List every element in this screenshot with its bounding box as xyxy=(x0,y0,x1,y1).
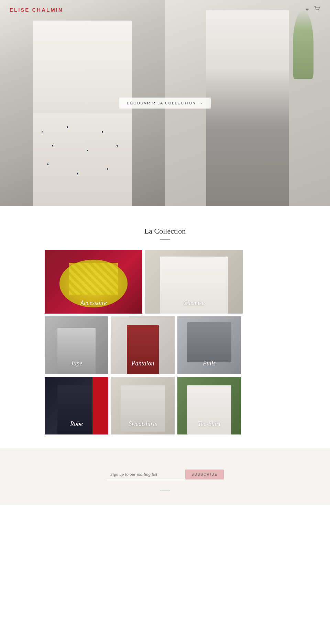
category-label-jupe: Jupe xyxy=(45,360,108,374)
newsletter-form: SUBSCRIBE xyxy=(96,469,234,480)
category-label-chemise: Chemise xyxy=(145,300,243,314)
svg-point-1 xyxy=(318,11,319,11)
cta-label: DÉCOUVRIR LA COLLECTION xyxy=(127,101,196,105)
collection-title-wrap: La Collection xyxy=(7,227,323,240)
category-label-pantalon: Pantalon xyxy=(111,360,175,374)
category-chemise[interactable]: Chemise xyxy=(145,250,243,314)
collection-title: La Collection xyxy=(7,227,323,236)
cart-icon[interactable] xyxy=(314,6,320,13)
category-accessoire[interactable]: Accessoire xyxy=(45,250,142,314)
category-robe[interactable]: Robe xyxy=(45,377,108,434)
category-label-robe: Robe xyxy=(45,420,108,434)
subscribe-button[interactable]: SUBSCRIBE xyxy=(185,470,224,479)
plant-decoration xyxy=(293,10,314,79)
category-label-tee-shirt: Tee-Shirt xyxy=(177,420,241,434)
category-jupe[interactable]: Jupe xyxy=(45,316,108,374)
category-tee-shirt[interactable]: Tee-Shirt xyxy=(177,377,241,434)
menu-icon[interactable]: ≡ xyxy=(306,7,309,13)
category-label-sweatshirts: Sweatshirts xyxy=(111,420,175,434)
category-label-pulls: Pulls xyxy=(177,360,241,374)
header: ELISE CHALMIN ≡ xyxy=(0,0,330,19)
footer-section: SUBSCRIBE xyxy=(0,448,330,505)
hero-cta[interactable]: DÉCOUVRIR LA COLLECTION → xyxy=(119,98,211,109)
newsletter-input[interactable] xyxy=(106,469,185,480)
hero-section: DÉCOUVRIR LA COLLECTION → xyxy=(0,0,330,206)
header-icons: ≡ xyxy=(306,6,320,13)
site-logo[interactable]: ELISE CHALMIN xyxy=(10,7,63,13)
category-label-accessoire: Accessoire xyxy=(45,300,142,314)
svg-point-0 xyxy=(317,11,317,11)
discover-collection-button[interactable]: DÉCOUVRIR LA COLLECTION → xyxy=(119,98,211,109)
category-pulls[interactable]: Pulls xyxy=(177,316,241,374)
collection-divider xyxy=(160,239,170,240)
grid-row-3: Robe Sweatshirts Tee-Shirt xyxy=(45,377,285,434)
category-sweatshirts[interactable]: Sweatshirts xyxy=(111,377,175,434)
collection-grid: Accessoire Chemise Jupe Pantalon Pulls R… xyxy=(45,250,285,434)
cta-arrow: → xyxy=(199,101,203,105)
category-pantalon[interactable]: Pantalon xyxy=(111,316,175,374)
footer-divider xyxy=(160,490,170,491)
grid-row-2: Jupe Pantalon Pulls xyxy=(45,316,285,374)
grid-row-1: Accessoire Chemise xyxy=(45,250,285,314)
collection-section: La Collection Accessoire Chemise Jupe Pa… xyxy=(0,206,330,448)
